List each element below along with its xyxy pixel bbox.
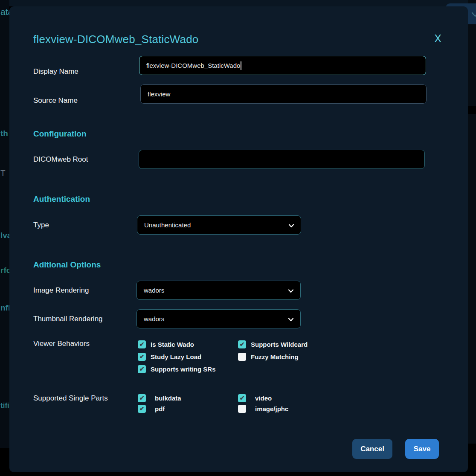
checkbox-row-fuzzy-matching[interactable]: Fuzzy Matching	[238, 351, 308, 363]
single-parts-column-1: bulkdata pdf	[138, 393, 181, 414]
background-text-fragment: rfo	[0, 266, 9, 275]
fuzzy-matching-checkbox[interactable]	[238, 353, 246, 361]
checkbox-label: video	[255, 395, 272, 402]
supports-writing-srs-checkbox[interactable]	[138, 365, 146, 373]
thumbnail-rendering-value: wadors	[144, 315, 164, 322]
auth-type-select[interactable]: Unauthenticated	[137, 215, 301, 235]
viewer-behaviors-label: Viewer Behaviors	[33, 340, 90, 348]
datasource-config-dialog: flexview-DICOMweb_StaticWado X Display N…	[9, 6, 468, 472]
checkbox-row-is-static-wado[interactable]: Is Static Wado	[138, 338, 216, 351]
chevron-down-icon	[287, 287, 295, 295]
text-cursor	[241, 61, 241, 70]
section-configuration: Configuration	[33, 129, 87, 139]
chevron-down-icon	[287, 222, 295, 229]
checkbox-row-image-jphc[interactable]: image/jphc	[238, 403, 288, 414]
background-text-fragment: lva	[0, 231, 9, 240]
background-text-fragment: nfi	[0, 303, 9, 313]
checkbox-label: Fuzzy Matching	[251, 353, 299, 360]
single-parts-column-2: video image/jphc	[238, 393, 288, 414]
checkbox-row-supports-wildcard[interactable]: Supports Wildcard	[238, 338, 308, 351]
display-name-label: Display Name	[33, 67, 78, 76]
display-name-input[interactable]: flexview-DICOMweb_StaticWado	[139, 56, 426, 75]
checkbox-row-pdf[interactable]: pdf	[138, 403, 181, 414]
auth-type-value: Unauthenticated	[144, 221, 191, 229]
background-right-page-edge	[468, 0, 476, 476]
thumbnail-rendering-label: Thumbnail Rendering	[33, 315, 103, 323]
checkbox-label: Is Static Wado	[151, 341, 194, 348]
cancel-button[interactable]: Cancel	[352, 439, 392, 459]
save-button[interactable]: Save	[405, 439, 439, 459]
checkbox-label: Supports Wildcard	[251, 341, 308, 348]
close-icon[interactable]: X	[434, 33, 441, 44]
section-authentication: Authentication	[33, 194, 90, 204]
checkbox-row-study-lazy-load[interactable]: Study Lazy Load	[138, 351, 216, 363]
section-additional-options: Aditional Options	[33, 260, 101, 270]
chevron-down-icon	[470, 9, 476, 19]
background-top-bar	[0, 0, 476, 6]
source-name-input[interactable]: flexview	[140, 84, 427, 104]
checkbox-label: image/jphc	[255, 405, 288, 412]
source-name-value: flexview	[148, 90, 170, 98]
background-text-fragment: tifi	[0, 401, 9, 410]
chevron-down-icon	[287, 316, 295, 323]
thumbnail-rendering-select[interactable]: wadors	[136, 309, 301, 328]
checkbox-row-video[interactable]: video	[238, 393, 288, 403]
pdf-checkbox[interactable]	[138, 405, 146, 413]
checkbox-label: pdf	[155, 405, 165, 412]
supports-wildcard-checkbox[interactable]	[238, 340, 246, 348]
checkbox-label: bulkdata	[155, 395, 181, 402]
checkbox-row-supports-writing-srs[interactable]: Supports writing SRs	[138, 363, 216, 375]
dicomweb-root-input[interactable]	[139, 150, 425, 169]
checkbox-label: Study Lazy Load	[151, 353, 201, 360]
dicomweb-root-label: DICOMweb Root	[33, 155, 88, 164]
study-lazy-load-checkbox[interactable]	[138, 353, 146, 361]
background-divider	[468, 106, 476, 114]
supported-single-parts-label: Supported Single Parts	[33, 394, 108, 403]
video-checkbox[interactable]	[238, 394, 246, 402]
checkbox-label: Supports writing SRs	[151, 366, 216, 373]
image-rendering-value: wadors	[144, 287, 164, 294]
background-text-fragment: th	[0, 129, 8, 138]
image-jphc-checkbox[interactable]	[238, 405, 246, 413]
viewer-behaviors-column-2: Supports Wildcard Fuzzy Matching	[238, 338, 308, 363]
viewer-behaviors-column-1: Is Static Wado Study Lazy Load Supports …	[138, 338, 216, 375]
checkbox-row-bulkdata[interactable]: bulkdata	[138, 393, 181, 403]
background-text-fragment: ata	[0, 7, 9, 17]
source-name-label: Source Name	[33, 96, 78, 105]
display-name-value: flexview-DICOMweb_StaticWado	[146, 62, 240, 69]
dialog-title: flexview-DICOMweb_StaticWado	[33, 33, 199, 46]
background-left-page-edge: ata th T lva rfo nfi tifi	[0, 0, 9, 448]
background-text-fragment: T	[0, 168, 6, 178]
bulkdata-checkbox[interactable]	[138, 394, 146, 402]
image-rendering-select[interactable]: wadors	[136, 281, 301, 300]
background-divider	[468, 444, 476, 476]
image-rendering-label: Image Rendering	[33, 286, 89, 295]
is-static-wado-checkbox[interactable]	[138, 340, 146, 348]
auth-type-label: Type	[33, 221, 49, 229]
